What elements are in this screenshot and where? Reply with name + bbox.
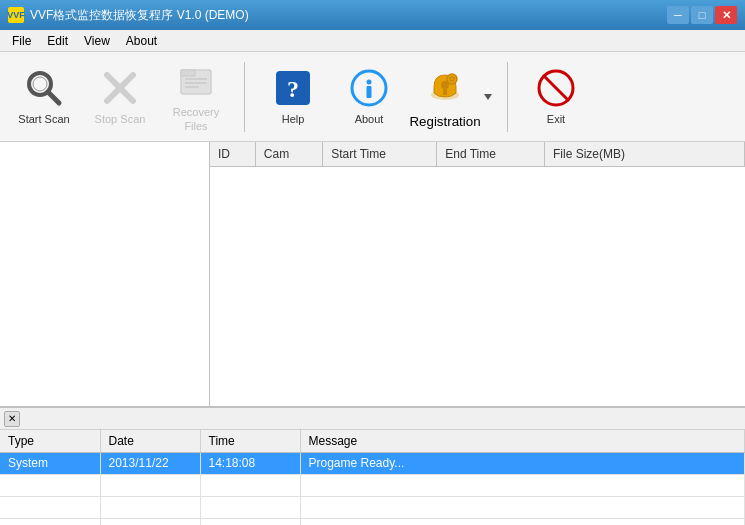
col-start-time: Start Time bbox=[323, 142, 437, 166]
log-close-bar: ✕ bbox=[0, 408, 745, 430]
about-label: About bbox=[355, 113, 384, 126]
right-panel[interactable]: ID Cam Start Time End Time File Size(MB) bbox=[210, 142, 745, 406]
toolbar-sep-2 bbox=[507, 62, 508, 132]
help-button[interactable]: ? Help bbox=[257, 57, 329, 137]
title-bar: VVF VVF格式监控数据恢复程序 V1.0 (DEMO) ─ □ ✕ bbox=[0, 0, 745, 30]
main-content: ID Cam Start Time End Time File Size(MB) bbox=[0, 142, 745, 407]
svg-line-1 bbox=[48, 92, 59, 103]
col-cam: Cam bbox=[255, 142, 322, 166]
log-cell-date: 2013/11/22 bbox=[100, 452, 200, 474]
registration-label: Registration bbox=[409, 114, 480, 129]
registration-icon bbox=[424, 65, 466, 110]
exit-button[interactable]: Exit bbox=[520, 57, 592, 137]
stop-scan-label: Stop Scan bbox=[95, 113, 146, 126]
log-col-message: Message bbox=[300, 430, 745, 452]
toolbar: Start Scan Stop Scan Recovery Files bbox=[0, 52, 745, 142]
svg-point-13 bbox=[367, 79, 372, 84]
svg-rect-7 bbox=[185, 78, 207, 80]
minimize-button[interactable]: ─ bbox=[667, 6, 689, 24]
start-scan-button[interactable]: Start Scan bbox=[8, 57, 80, 137]
help-label: Help bbox=[282, 113, 305, 126]
svg-point-2 bbox=[33, 77, 47, 91]
title-bar-left: VVF VVF格式监控数据恢复程序 V1.0 (DEMO) bbox=[8, 7, 249, 24]
svg-point-18 bbox=[447, 74, 457, 84]
stop-scan-button[interactable]: Stop Scan bbox=[84, 57, 156, 137]
log-col-time: Time bbox=[200, 430, 300, 452]
menu-about[interactable]: About bbox=[118, 32, 165, 50]
log-table-row[interactable]: System2013/11/2214:18:08Progame Ready... bbox=[0, 452, 745, 474]
about-button[interactable]: About bbox=[333, 57, 405, 137]
recovery-files-label: Recovery Files bbox=[160, 106, 232, 132]
maximize-button[interactable]: □ bbox=[691, 6, 713, 24]
start-scan-icon bbox=[23, 67, 65, 109]
app-icon: VVF bbox=[8, 7, 24, 23]
start-scan-label: Start Scan bbox=[18, 113, 69, 126]
col-id: ID bbox=[210, 142, 255, 166]
data-table: ID Cam Start Time End Time File Size(MB) bbox=[210, 142, 745, 167]
log-table: Type Date Time Message System2013/11/221… bbox=[0, 430, 745, 525]
svg-rect-6 bbox=[181, 70, 195, 76]
log-cell-type: System bbox=[0, 452, 100, 474]
toolbar-sep-1 bbox=[244, 62, 245, 132]
col-end-time: End Time bbox=[437, 142, 545, 166]
recovery-files-icon bbox=[175, 60, 217, 102]
window-controls: ─ □ ✕ bbox=[667, 6, 737, 24]
svg-rect-17 bbox=[443, 89, 447, 95]
log-close-button[interactable]: ✕ bbox=[4, 411, 20, 427]
col-file-size: File Size(MB) bbox=[545, 142, 745, 166]
menu-edit[interactable]: Edit bbox=[39, 32, 76, 50]
log-panel: ✕ Type Date Time Message System2013/11/2… bbox=[0, 407, 745, 525]
exit-label: Exit bbox=[547, 113, 565, 126]
registration-button[interactable]: Registration bbox=[409, 57, 481, 137]
log-table-empty-row bbox=[0, 496, 745, 518]
app-icon-label: VVF bbox=[7, 10, 25, 20]
log-col-type: Type bbox=[0, 430, 100, 452]
registration-dropdown-button[interactable] bbox=[481, 57, 495, 137]
recovery-files-button[interactable]: Recovery Files bbox=[160, 57, 232, 137]
exit-icon bbox=[535, 67, 577, 109]
window-title: VVF格式监控数据恢复程序 V1.0 (DEMO) bbox=[30, 7, 249, 24]
log-cell-time: 14:18:08 bbox=[200, 452, 300, 474]
close-button[interactable]: ✕ bbox=[715, 6, 737, 24]
help-icon: ? bbox=[272, 67, 314, 109]
left-panel[interactable] bbox=[0, 142, 210, 406]
menu-view[interactable]: View bbox=[76, 32, 118, 50]
menu-file[interactable]: File bbox=[4, 32, 39, 50]
svg-marker-20 bbox=[484, 94, 492, 100]
log-table-empty-row bbox=[0, 474, 745, 496]
registration-group: Registration bbox=[409, 57, 495, 137]
svg-rect-8 bbox=[185, 82, 207, 84]
svg-line-22 bbox=[544, 76, 568, 100]
log-cell-message: Progame Ready... bbox=[300, 452, 745, 474]
svg-rect-14 bbox=[367, 86, 372, 98]
svg-text:?: ? bbox=[287, 76, 299, 102]
about-icon bbox=[348, 67, 390, 109]
log-col-date: Date bbox=[100, 430, 200, 452]
bottom-area: ✕ Type Date Time Message System2013/11/2… bbox=[0, 407, 745, 525]
svg-rect-9 bbox=[185, 86, 199, 88]
stop-scan-icon bbox=[99, 67, 141, 109]
log-table-empty-row bbox=[0, 518, 745, 525]
menu-bar: File Edit View About bbox=[0, 30, 745, 52]
